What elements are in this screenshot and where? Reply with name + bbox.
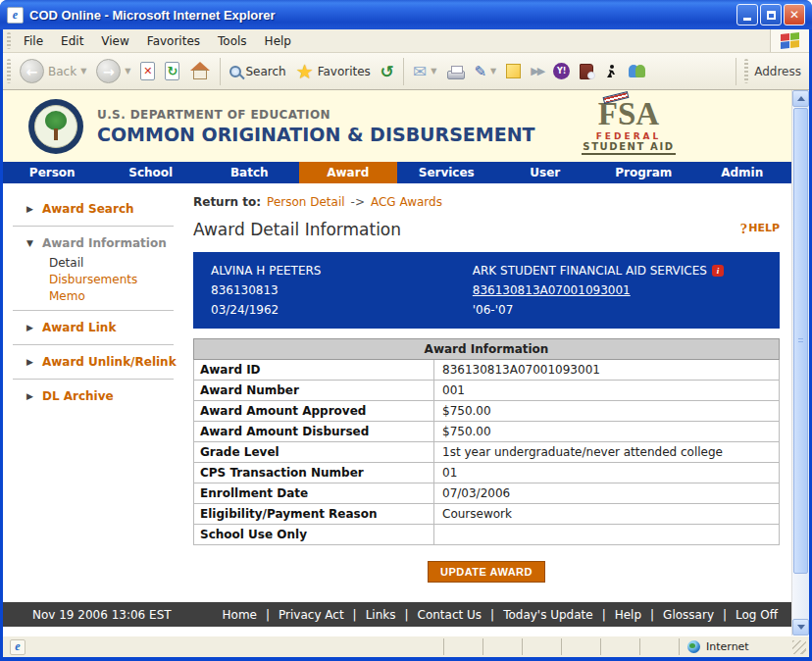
print-icon [447, 71, 465, 79]
footer-separator: | [723, 608, 727, 622]
close-button[interactable]: ✕ [784, 4, 805, 25]
back-button[interactable]: ← Back ▼ [15, 56, 91, 87]
sidebar-divider [13, 226, 174, 227]
msn-messenger-button[interactable] [624, 56, 650, 87]
messenger-yahoo-button[interactable]: Y! [548, 56, 575, 87]
tab-services[interactable]: Services [397, 162, 496, 183]
footer-link-todays-update[interactable]: Today's Update [503, 608, 593, 622]
award-information-table: Award Information Award ID836130813A0700… [193, 338, 780, 545]
tab-user[interactable]: User [496, 162, 595, 183]
footer-separator: | [650, 608, 654, 622]
history-button[interactable]: ↺ [376, 56, 399, 87]
home-button[interactable] [184, 56, 216, 87]
aim-button[interactable] [598, 56, 624, 87]
menu-tools[interactable]: Tools [209, 31, 256, 51]
discuss-button[interactable] [501, 56, 526, 87]
tab-program[interactable]: Program [594, 162, 693, 183]
tab-school[interactable]: School [102, 162, 201, 183]
sidebar-item-award-link[interactable]: ▶ Award Link [3, 316, 185, 339]
status-pane [600, 638, 639, 655]
search-label: Search [245, 65, 285, 78]
tab-batch[interactable]: Batch [200, 162, 299, 183]
status-pane [522, 638, 561, 655]
sidebar-item-dl-archive[interactable]: ▶ DL Archive [3, 384, 185, 408]
footer-link-privacy-act[interactable]: Privacy Act [279, 608, 344, 622]
footer-link-log-off[interactable]: Log Off [736, 608, 778, 622]
scrollbar-track[interactable] [792, 107, 809, 619]
forward-button[interactable]: → ▼ [91, 56, 135, 87]
menu-help[interactable]: Help [256, 31, 300, 51]
tab-person[interactable]: Person [3, 162, 102, 183]
footer-link-glossary[interactable]: Glossary [663, 608, 714, 622]
table-title: Award Information [194, 339, 780, 360]
toolbar-grip[interactable] [7, 32, 11, 48]
scroll-down-button[interactable] [792, 619, 809, 636]
vertical-scrollbar[interactable] [791, 90, 809, 636]
sidebar-item-award-information[interactable]: ▼ Award Information [3, 231, 185, 255]
address-bar-grip[interactable] [744, 59, 748, 84]
page-title: Award Detail Information [193, 220, 401, 239]
page-bottom-gap [3, 627, 791, 636]
footer-separator: | [404, 608, 408, 622]
favorites-button[interactable]: ★ Favorites [291, 56, 376, 87]
back-label: Back [48, 65, 76, 78]
aim-running-man-icon [603, 64, 619, 79]
footer-link-links[interactable]: Links [366, 608, 396, 622]
table-row: CPS Transaction Number01 [194, 463, 780, 483]
research-button[interactable] [575, 56, 598, 87]
forward-dropdown-icon[interactable]: ▼ [125, 67, 130, 76]
sidebar-item-award-search[interactable]: ▶ Award Search [3, 197, 185, 221]
breadcrumb-separator: -> [351, 195, 365, 209]
back-dropdown-icon[interactable]: ▼ [80, 67, 86, 76]
menu-edit[interactable]: Edit [52, 31, 92, 51]
mail-dropdown-icon[interactable]: ▼ [431, 67, 436, 76]
scrollbar-thumb[interactable] [793, 108, 808, 574]
info-icon[interactable]: i [712, 265, 724, 277]
toolbar-grip[interactable] [7, 59, 11, 84]
sidebar-subitem-detail[interactable]: Detail [49, 255, 185, 272]
footer-separator: | [353, 608, 357, 622]
stop-button[interactable]: ✕ [135, 56, 160, 87]
media-button[interactable]: ▶▶ [526, 56, 548, 87]
sidebar-subitem-disbursements[interactable]: Disbursements [49, 272, 185, 288]
main-content: Return to: Person Detail -> ACG Awards A… [185, 183, 791, 602]
chevron-up-icon [797, 96, 805, 101]
breadcrumb-link-person-detail[interactable]: Person Detail [267, 195, 345, 209]
menu-favorites[interactable]: Favorites [138, 31, 209, 51]
resize-grip[interactable] [792, 640, 806, 654]
table-row: Award Number001 [194, 381, 780, 401]
mail-button[interactable]: ✉ ▼ [408, 56, 441, 87]
print-button[interactable] [442, 56, 470, 87]
footer-link-home[interactable]: Home [223, 608, 257, 622]
breadcrumb: Return to: Person Detail -> ACG Awards [193, 195, 780, 209]
award-id-link[interactable]: 836130813A07001093001 [473, 280, 780, 300]
sidebar-subitem-memo[interactable]: Memo [49, 288, 185, 305]
refresh-button[interactable]: ↻ [160, 56, 184, 87]
title-bar[interactable]: e COD Online - Microsoft Internet Explor… [0, 0, 812, 29]
edit-button[interactable]: ✎ ▼ [470, 56, 502, 87]
tab-award[interactable]: Award [299, 162, 398, 183]
sidebar: ▶ Award Search ▼ Award Information Detai… [3, 183, 185, 602]
edit-dropdown-icon[interactable]: ▼ [490, 67, 496, 76]
help-link[interactable]: ? HELP [740, 222, 780, 236]
student-id: 836130813 [211, 280, 473, 300]
breadcrumb-link-acg-awards[interactable]: ACG Awards [371, 195, 442, 209]
school-name: ARK STUDENT FINANCIAL AID SERVICES [473, 261, 707, 280]
tab-admin[interactable]: Admin [693, 162, 792, 183]
menu-view[interactable]: View [92, 31, 137, 51]
scroll-up-button[interactable] [792, 90, 809, 107]
footer-link-contact-us[interactable]: Contact Us [418, 608, 482, 622]
page-footer: Nov 19 2006 13:06 EST Home | Privacy Act… [3, 602, 791, 627]
forward-icon: → [96, 59, 121, 83]
minimize-button[interactable] [736, 4, 758, 25]
menu-file[interactable]: File [15, 31, 52, 51]
update-award-button[interactable]: UPDATE AWARD [428, 561, 545, 583]
window-bottom-border [0, 657, 812, 661]
sidebar-item-award-unlink-relink[interactable]: ▶ Award Unlink/Relink [3, 350, 185, 374]
help-label: HELP [748, 222, 780, 234]
footer-link-help[interactable]: Help [615, 608, 641, 622]
search-button[interactable]: Search [225, 56, 290, 87]
maximize-icon [767, 11, 776, 20]
status-pane [639, 638, 679, 655]
maximize-button[interactable] [760, 4, 782, 25]
